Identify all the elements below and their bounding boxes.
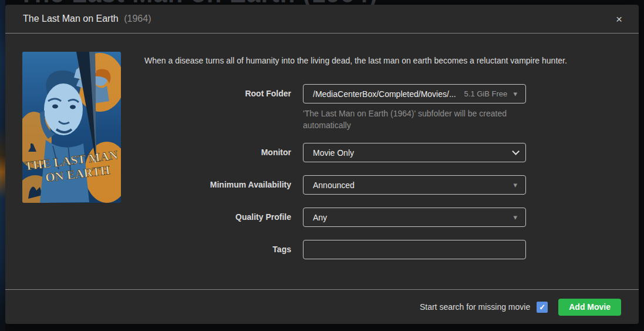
root-folder-helper-text: 'The Last Man on Earth (1964)' subfolder…	[303, 108, 519, 131]
quality-profile-value: Any	[313, 213, 327, 222]
quality-profile-label: Quality Profile	[5, 208, 291, 227]
modal-title: The Last Man on Earth (1964)	[23, 14, 151, 24]
modal-footer: Start search for missing movie ✓ Add Mov…	[5, 289, 639, 324]
movie-title: The Last Man on Earth	[23, 14, 119, 24]
modal-header: The Last Man on Earth (1964) ×	[5, 5, 639, 34]
backdrop-poster-sliver	[0, 0, 5, 331]
movie-overview: When a disease turns all of humanity int…	[144, 55, 579, 67]
root-folder-free-space: 5.1 GiB Free	[464, 89, 508, 98]
check-icon: ✓	[539, 303, 545, 312]
movie-year: (1964)	[124, 14, 151, 24]
monitor-row: Monitor Movie Only	[5, 143, 639, 162]
minimum-availability-label: Minimum Availability	[5, 175, 291, 195]
close-icon[interactable]: ×	[616, 14, 622, 25]
root-folder-row: Root Folder /MediaCenterBox/Completed/Mo…	[5, 84, 639, 103]
root-folder-select[interactable]: /MediaCenterBox/Completed/Movies/... 5.1…	[303, 84, 526, 103]
monitor-select[interactable]: Movie Only	[303, 143, 526, 162]
root-folder-label: Root Folder	[5, 84, 291, 103]
tags-label: Tags	[5, 240, 291, 259]
caret-down-icon: ▾	[513, 181, 517, 189]
caret-down-icon: ▾	[513, 213, 517, 221]
caret-down-icon: ▾	[513, 90, 517, 98]
modal-body: THE LAST MAN ON EARTH When a disease tur…	[5, 34, 639, 289]
minimum-availability-value: Announced	[313, 180, 355, 190]
minimum-availability-row: Minimum Availability Announced ▾	[5, 175, 639, 195]
tags-row: Tags	[5, 240, 639, 259]
start-search-label: Start search for missing movie	[420, 302, 530, 312]
minimum-availability-select[interactable]: Announced ▾	[303, 175, 526, 195]
start-search-checkbox[interactable]: ✓	[537, 302, 548, 313]
tags-input[interactable]	[303, 240, 526, 259]
monitor-value: Movie Only	[313, 148, 354, 158]
quality-profile-row: Quality Profile Any ▾	[5, 208, 639, 227]
root-folder-value: /MediaCenterBox/Completed/Movies/...	[313, 89, 456, 99]
add-movie-modal: The Last Man on Earth (1964) ×	[5, 5, 639, 324]
quality-profile-select[interactable]: Any ▾	[303, 208, 526, 227]
chevron-down-icon	[512, 148, 520, 155]
add-movie-button[interactable]: Add Movie	[558, 299, 621, 316]
monitor-label: Monitor	[5, 143, 291, 162]
